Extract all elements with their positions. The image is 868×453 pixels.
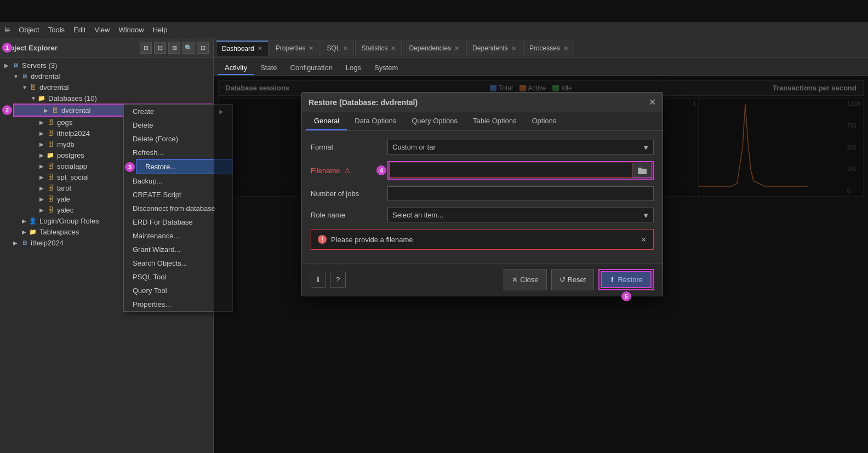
tab-sql[interactable]: SQL ✕ <box>321 41 354 56</box>
tree-databases-folder[interactable]: ▼ 📁 Databases (10) <box>0 93 213 104</box>
tab-properties-close[interactable]: ✕ <box>309 45 313 52</box>
menu-view[interactable]: View <box>94 26 110 34</box>
restore-label: Restore <box>618 276 643 284</box>
menu-window[interactable]: Window <box>118 26 144 34</box>
tablespaces-icon: 📁 <box>28 227 37 236</box>
yale-label: yale <box>57 195 70 203</box>
format-select[interactable]: Custom or tar Directory Plain <box>387 140 654 154</box>
menu-file[interactable]: le <box>4 26 10 34</box>
filename-input[interactable] <box>389 163 632 178</box>
filename-browse-button[interactable] <box>632 163 652 178</box>
sub-tab-activity[interactable]: Activity <box>218 61 254 75</box>
restore-modal: Restore (Database: dvdrental) ✕ General … <box>301 92 663 296</box>
spt-social-icon: 🗄 <box>46 173 55 181</box>
help-button[interactable]: ? <box>330 272 346 288</box>
sub-tab-configuration[interactable]: Configuration <box>284 61 339 75</box>
modal-tab-general-label: General <box>314 117 339 125</box>
context-menu-create-script-label: CREATE Script <box>133 191 181 199</box>
sub-tab-configuration-label: Configuration <box>290 64 333 72</box>
sub-tab-system[interactable]: System <box>368 61 404 75</box>
dvdrental-server-icon: 🖥 <box>20 72 28 81</box>
menu-tools[interactable]: Tools <box>48 26 65 34</box>
main-layout: 1 Object Explorer ⊞ ⊟ ⊠ 🔍 ⊡ ▶ 🖥 Servers … <box>0 38 868 453</box>
tab-processes-close[interactable]: ✕ <box>563 45 568 52</box>
tab-statistics-close[interactable]: ✕ <box>391 45 396 52</box>
modal-tab-table-options[interactable]: Table Options <box>465 112 524 130</box>
info-icon: ℹ <box>317 276 319 284</box>
modal-tab-options[interactable]: Options <box>524 112 564 130</box>
sidebar-title: Object Explorer <box>4 44 58 52</box>
tab-dependents[interactable]: Dependents ✕ <box>466 41 522 56</box>
close-label: Close <box>520 276 538 284</box>
reset-button[interactable]: ↺ Reset <box>551 269 595 290</box>
tab-dashboard-label: Dashboard <box>222 45 254 53</box>
modal-tab-query-options[interactable]: Query Options <box>404 112 465 130</box>
postgres-label: postgres <box>57 151 84 159</box>
step4-badge: 4 <box>376 165 386 175</box>
role-row: Role name Select an item... ▼ <box>311 208 654 222</box>
servers-label: Servers (3) <box>22 61 57 70</box>
tab-dashboard-close[interactable]: ✕ <box>258 45 262 52</box>
modal-close-icon[interactable]: ✕ <box>649 97 656 107</box>
menu-help[interactable]: Help <box>153 26 168 34</box>
tab-sql-label: SQL <box>327 44 340 52</box>
sidebar-header: Object Explorer ⊞ ⊟ ⊠ 🔍 ⊡ <box>0 38 213 58</box>
sidebar-icon-refresh[interactable]: ⊠ <box>168 42 180 54</box>
tree-dvdrental-db-node[interactable]: ▼ 🗄 dvdrental <box>0 82 213 93</box>
filename-input-group: 4 <box>387 161 654 180</box>
context-menu-refresh-label: Refresh... <box>133 148 163 157</box>
modal-tab-general[interactable]: General <box>306 112 347 130</box>
info-button[interactable]: ℹ <box>311 272 326 288</box>
tab-sql-close[interactable]: ✕ <box>343 45 348 52</box>
tab-dependencies-close[interactable]: ✕ <box>454 45 459 52</box>
menu-edit[interactable]: Edit <box>73 26 85 34</box>
tab-dependents-label: Dependents <box>472 44 508 52</box>
tab-properties[interactable]: Properties ✕ <box>270 41 320 56</box>
context-menu-psql-label: PSQL Tool <box>133 273 166 281</box>
tab-dependents-close[interactable]: ✕ <box>511 45 516 52</box>
reset-icon: ↺ <box>559 276 566 284</box>
jobs-row: Number of jobs <box>311 186 654 201</box>
postgres-icon: 📁 <box>46 151 55 159</box>
context-menu-backup-label: Backup... <box>133 177 162 185</box>
sub-tab-logs[interactable]: Logs <box>339 61 368 75</box>
tab-dependencies[interactable]: Dependencies ✕ <box>403 41 465 56</box>
close-button[interactable]: ✕ Close <box>504 269 546 290</box>
dvdrental-db-node-label: dvdrental <box>39 83 68 91</box>
sidebar-icon-extra[interactable]: ⊡ <box>197 42 209 54</box>
gogs-icon: 🗄 <box>46 118 55 127</box>
reset-label: Reset <box>568 276 586 284</box>
login-group-roles-icon: 👤 <box>28 216 37 225</box>
format-label: Format <box>311 143 387 151</box>
tab-dashboard[interactable]: Dashboard ✕ <box>216 41 269 56</box>
sidebar-icon-group: ⊞ ⊟ ⊠ 🔍 ⊡ <box>140 42 209 54</box>
tabs-bar: Dashboard ✕ Properties ✕ SQL ✕ Statistic… <box>214 38 868 58</box>
context-menu-maintenance-label: Maintenance... <box>133 232 179 240</box>
dvdrental-db-icon: 🗄 <box>50 106 59 114</box>
context-menu-delete-force-label: Delete (Force) <box>133 135 178 143</box>
sidebar-icon-db[interactable]: ⊞ <box>140 42 152 54</box>
socialapp-label: socialapp <box>57 162 87 170</box>
restore-button[interactable]: ⬆ Restore <box>601 271 652 288</box>
tab-statistics[interactable]: Statistics ✕ <box>355 41 402 56</box>
jobs-input[interactable] <box>387 186 654 201</box>
restore-icon: ⬆ <box>609 276 615 284</box>
tab-processes[interactable]: Processes ✕ <box>523 41 574 56</box>
tree-servers[interactable]: ▶ 🖥 Servers (3) <box>0 60 213 71</box>
modal-tab-data-options[interactable]: Data Options <box>347 112 404 130</box>
mydb-label: mydb <box>57 140 75 148</box>
tarot-label: tarot <box>57 184 71 192</box>
menu-object[interactable]: Object <box>19 26 39 34</box>
dvdrental-server-label: dvdrental <box>31 72 60 81</box>
modal-tab-query-options-label: Query Options <box>412 117 458 125</box>
format-select-wrap: Custom or tar Directory Plain ▼ <box>387 140 654 154</box>
sub-tab-logs-label: Logs <box>346 64 361 72</box>
tree-dvdrental-server[interactable]: ▼ 🖥 dvdrental <box>0 71 213 82</box>
role-select[interactable]: Select an item... <box>387 208 654 222</box>
sidebar-icon-search[interactable]: 🔍 <box>182 42 195 54</box>
warning-close-icon[interactable]: ✕ <box>641 236 647 244</box>
sub-tab-state[interactable]: State <box>254 61 283 75</box>
databases-folder-icon: 📁 <box>37 94 46 102</box>
modal-overlay: Restore (Database: dvdrental) ✕ General … <box>214 76 868 453</box>
sidebar-icon-grid[interactable]: ⊟ <box>154 42 166 54</box>
